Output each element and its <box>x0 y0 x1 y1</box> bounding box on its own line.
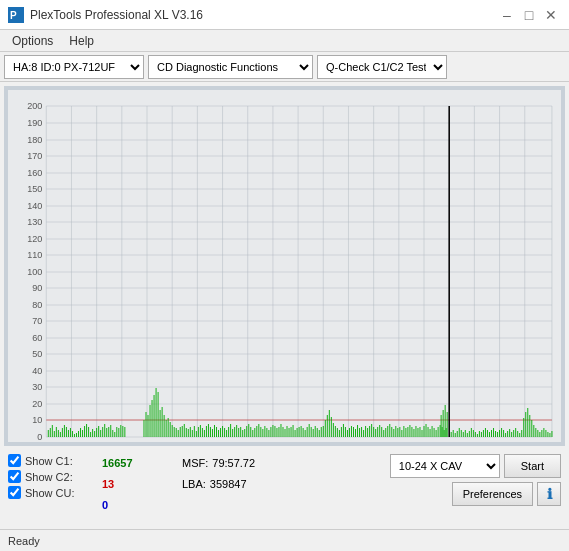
right-controls-top: 10-24 X CAV Start <box>390 454 561 478</box>
svg-text:60: 60 <box>343 440 353 442</box>
function-select[interactable]: CD Diagnostic Functions <box>148 55 313 79</box>
svg-text:160: 160 <box>27 168 42 178</box>
svg-text:15: 15 <box>117 440 127 442</box>
svg-text:65: 65 <box>369 440 379 442</box>
bottom-panel: Show C1: Show C2: Show CU: 16657 13 0 MS… <box>0 450 569 518</box>
svg-text:130: 130 <box>27 217 42 227</box>
svg-text:45: 45 <box>268 440 278 442</box>
svg-text:40: 40 <box>32 366 42 376</box>
svg-text:180: 180 <box>27 135 42 145</box>
svg-text:50: 50 <box>293 440 303 442</box>
toolbar: HA:8 ID:0 PX-712UF CD Diagnostic Functio… <box>0 52 569 82</box>
svg-rect-2 <box>8 90 561 442</box>
info-button[interactable]: ℹ <box>537 482 561 506</box>
app-icon: P <box>8 7 24 23</box>
msf-label: MSF: <box>182 457 208 469</box>
svg-text:20: 20 <box>32 399 42 409</box>
window-controls: – □ ✕ <box>497 5 561 25</box>
show-cu-row: Show CU: <box>8 486 98 499</box>
status-text: Ready <box>8 535 40 547</box>
speed-select[interactable]: 10-24 X CAV <box>390 454 500 478</box>
preferences-button[interactable]: Preferences <box>452 482 533 506</box>
msf-value: 79:57.72 <box>212 457 255 469</box>
lba-value: 359847 <box>210 478 247 490</box>
c2-value: 13 <box>102 475 162 493</box>
chart-container: 200 190 180 170 160 150 140 130 120 110 … <box>4 86 565 446</box>
show-c1-row: Show C1: <box>8 454 98 467</box>
c1-value: 16657 <box>102 454 162 472</box>
right-controls-bottom: Preferences ℹ <box>452 482 561 506</box>
svg-text:140: 140 <box>27 201 42 211</box>
svg-text:10: 10 <box>92 440 102 442</box>
msf-row: MSF: 79:57.72 <box>182 454 255 472</box>
title-bar: P PlexTools Professional XL V3.16 – □ ✕ <box>0 0 569 30</box>
svg-text:40: 40 <box>243 440 253 442</box>
show-c2-checkbox[interactable] <box>8 470 21 483</box>
show-c1-checkbox[interactable] <box>8 454 21 467</box>
svg-text:25: 25 <box>167 440 177 442</box>
svg-text:50: 50 <box>32 349 42 359</box>
svg-text:100: 100 <box>544 440 559 442</box>
svg-text:60: 60 <box>32 333 42 343</box>
values-column: 16657 13 0 <box>102 454 162 514</box>
window-title: PlexTools Professional XL V3.16 <box>30 8 497 22</box>
maximize-button[interactable]: □ <box>519 5 539 25</box>
svg-text:200: 200 <box>27 101 42 111</box>
menu-options[interactable]: Options <box>4 32 61 50</box>
msf-lba-column: MSF: 79:57.72 LBA: 359847 <box>182 454 255 493</box>
show-cu-label: Show CU: <box>25 487 75 499</box>
show-c2-row: Show C2: <box>8 470 98 483</box>
show-c1-label: Show C1: <box>25 455 73 467</box>
svg-text:10: 10 <box>32 415 42 425</box>
svg-text:110: 110 <box>27 250 42 260</box>
svg-text:0: 0 <box>37 432 42 442</box>
svg-text:170: 170 <box>27 151 42 161</box>
svg-text:95: 95 <box>520 440 530 442</box>
menu-help[interactable]: Help <box>61 32 102 50</box>
svg-text:0: 0 <box>44 440 49 442</box>
svg-text:90: 90 <box>32 283 42 293</box>
svg-text:80: 80 <box>32 300 42 310</box>
show-cu-checkbox[interactable] <box>8 486 21 499</box>
cu-value: 0 <box>102 496 162 514</box>
lba-row: LBA: 359847 <box>182 475 255 493</box>
test-select[interactable]: Q-Check C1/C2 Test <box>317 55 447 79</box>
show-c2-label: Show C2: <box>25 471 73 483</box>
drive-select[interactable]: HA:8 ID:0 PX-712UF <box>4 55 144 79</box>
svg-text:120: 120 <box>27 234 42 244</box>
svg-text:70: 70 <box>32 316 42 326</box>
svg-text:85: 85 <box>469 440 479 442</box>
svg-text:75: 75 <box>419 440 429 442</box>
right-controls: 10-24 X CAV Start Preferences ℹ <box>390 454 561 506</box>
svg-text:150: 150 <box>27 184 42 194</box>
svg-text:90: 90 <box>495 440 505 442</box>
chart-inner: 200 190 180 170 160 150 140 130 120 110 … <box>8 90 561 442</box>
checkbox-column: Show C1: Show C2: Show CU: <box>8 454 98 499</box>
start-button[interactable]: Start <box>504 454 561 478</box>
svg-text:55: 55 <box>318 440 328 442</box>
lba-label: LBA: <box>182 478 206 490</box>
svg-text:20: 20 <box>142 440 152 442</box>
status-bar: Ready <box>0 529 569 551</box>
minimize-button[interactable]: – <box>497 5 517 25</box>
svg-text:70: 70 <box>394 440 404 442</box>
svg-text:100: 100 <box>27 267 42 277</box>
info-icon: ℹ <box>547 486 552 502</box>
svg-text:P: P <box>10 10 17 21</box>
svg-text:30: 30 <box>192 440 202 442</box>
menu-bar: Options Help <box>0 30 569 52</box>
svg-text:190: 190 <box>27 118 42 128</box>
svg-text:35: 35 <box>218 440 228 442</box>
close-button[interactable]: ✕ <box>541 5 561 25</box>
svg-text:5: 5 <box>69 440 74 442</box>
svg-text:80: 80 <box>444 440 454 442</box>
svg-text:30: 30 <box>32 382 42 392</box>
